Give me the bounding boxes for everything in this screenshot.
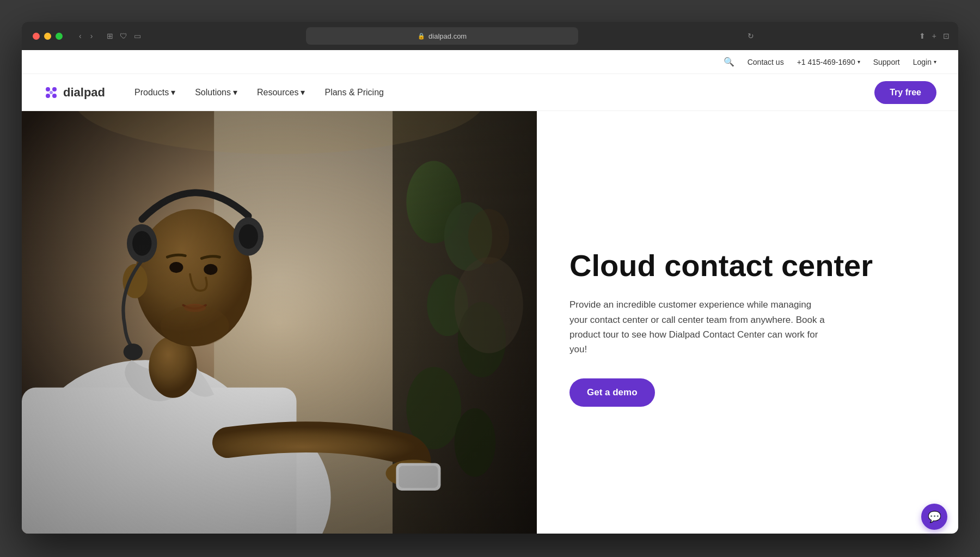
get-demo-button[interactable]: Get a demo bbox=[569, 378, 655, 407]
login-dropdown[interactable]: Login ▾ bbox=[913, 58, 936, 66]
hero-illustration bbox=[22, 111, 537, 534]
mac-titlebar: ‹ › ⊞ 🛡 ▭ 🔒 dialpad.com ↻ ⬆ + ⊡ bbox=[22, 22, 958, 50]
back-button[interactable]: ‹ bbox=[76, 29, 85, 42]
phone-dropdown[interactable]: +1 415-469-1690 ▾ bbox=[797, 58, 860, 66]
forward-button[interactable]: › bbox=[87, 29, 96, 42]
share-icon[interactable]: ⬆ bbox=[919, 32, 926, 40]
utility-links: Contact us +1 415-469-1690 ▾ Support Log… bbox=[748, 58, 936, 66]
login-chevron-icon: ▾ bbox=[934, 59, 936, 65]
nav-pricing-label: Plans & Pricing bbox=[324, 88, 384, 97]
hero-photo-bg bbox=[22, 111, 537, 534]
nav-buttons: ‹ › bbox=[76, 29, 96, 42]
solutions-chevron-icon: ▾ bbox=[233, 87, 237, 97]
phone-number: +1 415-469-1690 bbox=[797, 58, 855, 66]
svg-point-2 bbox=[46, 94, 50, 98]
nav-items: Products ▾ Solutions ▾ Resources ▾ Plans… bbox=[127, 83, 874, 102]
shield-icon: 🛡 bbox=[120, 32, 127, 40]
dialpad-logo-icon bbox=[44, 85, 59, 100]
nav-resources[interactable]: Resources ▾ bbox=[249, 83, 313, 102]
hero-section: Cloud contact center Provide an incredib… bbox=[22, 111, 958, 534]
nav-solutions-label: Solutions bbox=[195, 88, 231, 97]
svg-rect-35 bbox=[22, 111, 537, 534]
chevron-down-icon: ▾ bbox=[857, 59, 860, 65]
try-free-button[interactable]: Try free bbox=[874, 81, 936, 104]
main-nav: dialpad Products ▾ Solutions ▾ Resources… bbox=[22, 74, 958, 111]
minimize-button[interactable] bbox=[44, 33, 51, 40]
close-button[interactable] bbox=[33, 33, 40, 40]
tab-icon: ▭ bbox=[134, 32, 141, 40]
lock-icon: 🔒 bbox=[418, 33, 425, 40]
svg-point-4 bbox=[50, 91, 53, 94]
search-icon[interactable]: 🔍 bbox=[724, 57, 734, 67]
hero-image bbox=[22, 111, 537, 534]
products-chevron-icon: ▾ bbox=[171, 87, 175, 97]
sidebar-icon[interactable]: ⊞ bbox=[107, 32, 113, 40]
traffic-lights bbox=[33, 33, 63, 40]
svg-point-0 bbox=[46, 87, 50, 91]
resources-chevron-icon: ▾ bbox=[301, 87, 305, 97]
nav-pricing[interactable]: Plans & Pricing bbox=[317, 83, 391, 102]
nav-products-label: Products bbox=[134, 88, 169, 97]
chat-widget[interactable]: 💬 bbox=[921, 504, 947, 530]
nav-solutions[interactable]: Solutions ▾ bbox=[187, 83, 245, 102]
hero-title: Cloud contact center bbox=[569, 249, 926, 283]
utility-bar: 🔍 Contact us +1 415-469-1690 ▾ Support L… bbox=[22, 50, 958, 74]
new-tab-icon[interactable]: + bbox=[932, 32, 936, 40]
browser-icons-left: ⊞ 🛡 ▭ bbox=[107, 32, 141, 40]
svg-point-1 bbox=[52, 87, 57, 91]
tabs-icon[interactable]: ⊡ bbox=[943, 32, 950, 40]
address-bar[interactable]: 🔒 dialpad.com bbox=[306, 27, 578, 45]
hero-content: Cloud contact center Provide an incredib… bbox=[537, 111, 958, 534]
chat-widget-icon: 💬 bbox=[928, 510, 941, 523]
browser-icons-right: ⬆ + ⊡ bbox=[919, 32, 950, 40]
refresh-button[interactable]: ↻ bbox=[748, 32, 754, 40]
url-display[interactable]: dialpad.com bbox=[428, 32, 467, 40]
svg-point-3 bbox=[52, 94, 57, 98]
logo[interactable]: dialpad bbox=[44, 85, 105, 100]
login-label: Login bbox=[913, 58, 932, 66]
browser-content: 🔍 Contact us +1 415-469-1690 ▾ Support L… bbox=[22, 50, 958, 534]
support-link[interactable]: Support bbox=[873, 58, 900, 66]
contact-us-link[interactable]: Contact us bbox=[748, 58, 784, 66]
nav-resources-label: Resources bbox=[257, 88, 298, 97]
logo-text: dialpad bbox=[63, 85, 105, 100]
maximize-button[interactable] bbox=[56, 33, 63, 40]
nav-products[interactable]: Products ▾ bbox=[127, 83, 183, 102]
hero-description: Provide an incredible customer experienc… bbox=[569, 297, 831, 357]
